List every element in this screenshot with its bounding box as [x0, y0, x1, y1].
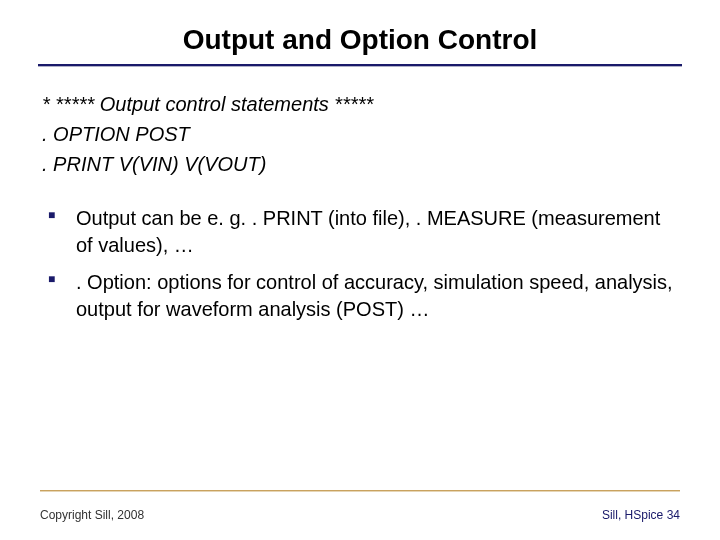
bullet-text: . Option: options for control of accurac… [76, 271, 673, 320]
code-line: . OPTION POST [42, 119, 680, 149]
page-title: Output and Option Control [40, 24, 680, 64]
footer-right: Sill, HSpice 34 [602, 508, 680, 522]
bullet-text: Output can be e. g. . PRINT (into file),… [76, 207, 660, 256]
code-line: . PRINT V(VIN) V(VOUT) [42, 149, 680, 179]
code-block: * ***** Output control statements ***** … [40, 89, 680, 179]
list-item: Output can be e. g. . PRINT (into file),… [44, 205, 680, 259]
footer: Copyright Sill, 2008 Sill, HSpice 34 [40, 508, 680, 522]
title-divider [38, 64, 682, 67]
page-number: 34 [667, 508, 680, 522]
footer-label: Sill, HSpice [602, 508, 663, 522]
list-item: . Option: options for control of accurac… [44, 269, 680, 323]
copyright-text: Copyright Sill, 2008 [40, 508, 144, 522]
footer-divider [40, 490, 680, 492]
bullet-list: Output can be e. g. . PRINT (into file),… [40, 205, 680, 323]
code-line: * ***** Output control statements ***** [42, 89, 680, 119]
slide: Output and Option Control * ***** Output… [0, 0, 720, 540]
